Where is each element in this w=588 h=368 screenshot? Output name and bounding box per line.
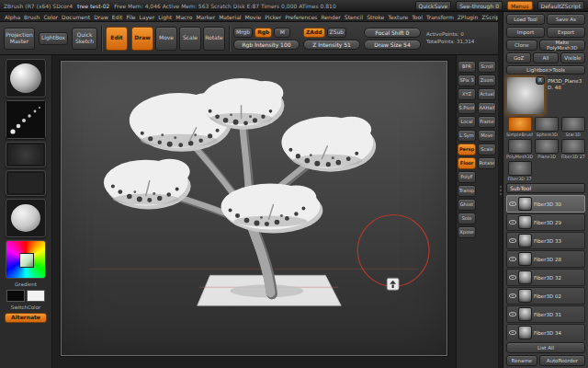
subtool-row[interactable]: Fiber3D 31: [506, 305, 585, 323]
tool-thumbnail[interactable]: [508, 117, 532, 132]
goz-button[interactable]: GoZ: [506, 52, 531, 63]
clone-button[interactable]: Clone: [506, 40, 537, 51]
menu-item[interactable]: Brush: [24, 14, 40, 20]
menu-item[interactable]: Transform: [426, 14, 454, 20]
menu-item[interactable]: Picker: [265, 14, 281, 20]
load-tool-button[interactable]: Load Tool: [506, 14, 545, 25]
menu-item[interactable]: File: [126, 14, 135, 20]
current-material-thumbnail[interactable]: [6, 199, 46, 237]
switch-color-label[interactable]: SwitchColor: [11, 305, 41, 310]
subtool-header[interactable]: SubTool: [506, 183, 585, 193]
tree-model[interactable]: [104, 78, 376, 293]
sculpt-mode-button[interactable]: ZAdd: [303, 28, 325, 38]
auto-reorder-button[interactable]: AutoReorder: [539, 355, 585, 366]
shelf-button[interactable]: Floor: [458, 157, 476, 169]
lightbox-button[interactable]: LightBox: [39, 32, 68, 45]
menu-item[interactable]: Stencil: [345, 14, 363, 20]
document-canvas[interactable]: [61, 61, 447, 356]
menu-item[interactable]: Preferences: [285, 14, 317, 20]
quick-pick-item[interactable]: Fiber3D 27: [561, 139, 586, 159]
menu-item[interactable]: Document: [62, 14, 90, 20]
visibility-eye-icon[interactable]: [509, 257, 516, 261]
subtool-row[interactable]: Fiber3D 34: [506, 324, 585, 340]
transform-mode-button[interactable]: Scale: [179, 27, 201, 51]
visible-button[interactable]: Visible: [560, 52, 585, 63]
menu-item[interactable]: Stroke: [367, 14, 384, 20]
shelf-button[interactable]: Actual: [478, 88, 496, 100]
shelf-button[interactable]: Local: [458, 116, 476, 128]
paint-mode-button[interactable]: M: [274, 28, 290, 38]
visibility-eye-icon[interactable]: [509, 220, 516, 224]
shelf-button[interactable]: BPR: [458, 61, 476, 73]
transform-mode-button[interactable]: Move: [155, 27, 177, 51]
quick-pick-item[interactable]: Star3D: [561, 117, 586, 137]
color-picker[interactable]: [6, 240, 46, 279]
quick-pick-item[interactable]: SimpleBrush: [506, 117, 533, 137]
quick-pick-item[interactable]: Sphere3D: [535, 117, 560, 137]
subtool-row[interactable]: Fiber3D 29: [506, 213, 585, 231]
shelf-button[interactable]: Solo: [458, 213, 476, 224]
subtool-row[interactable]: Fiber3D 02: [506, 287, 585, 305]
menu-item[interactable]: Tool: [412, 14, 423, 20]
subtool-row[interactable]: Fiber3D 32: [506, 269, 585, 286]
viewport-3d[interactable]: [62, 62, 447, 355]
secondary-color-swatch[interactable]: [27, 290, 45, 302]
current-texture-thumbnail[interactable]: [6, 170, 46, 196]
menu-item[interactable]: Movie: [245, 14, 262, 20]
menu-item[interactable]: ZScript: [481, 14, 498, 20]
shelf-button[interactable]: Rotate: [478, 157, 496, 169]
current-tool-thumbnail[interactable]: R: [506, 76, 545, 115]
shelf-button[interactable]: Zoom: [478, 75, 496, 86]
menu-item[interactable]: Texture: [388, 14, 408, 20]
list-all-button[interactable]: List All: [506, 342, 585, 353]
visibility-eye-icon[interactable]: [509, 275, 516, 280]
color-sv-square[interactable]: [19, 253, 34, 268]
export-button[interactable]: Export: [547, 27, 585, 38]
current-brush-thumbnail[interactable]: [6, 59, 46, 98]
menu-item[interactable]: Layer: [140, 14, 155, 20]
shelf-button[interactable]: Ghost: [458, 199, 476, 211]
tool-thumbnail[interactable]: [561, 139, 585, 154]
menu-item[interactable]: Material: [219, 14, 241, 20]
menu-item[interactable]: Macro: [175, 14, 192, 20]
shelf-button[interactable]: PolyF: [458, 171, 476, 183]
menu-item[interactable]: Draw: [94, 14, 108, 20]
save-as-button[interactable]: Save As: [547, 14, 585, 25]
menu-item[interactable]: Edit: [112, 14, 123, 20]
visibility-eye-icon[interactable]: [509, 238, 516, 243]
tool-thumbnail[interactable]: [561, 117, 585, 132]
visibility-eye-icon[interactable]: [509, 293, 516, 298]
tool-thumbnail[interactable]: [535, 139, 559, 154]
lightbox-tools-button[interactable]: Lightbox>Tools: [506, 65, 585, 75]
see-through-slider[interactable]: See-through 0: [456, 1, 503, 10]
shelf-button[interactable]: Scroll: [478, 61, 496, 73]
restore-config-button[interactable]: R: [536, 76, 545, 85]
tool-thumbnail[interactable]: [535, 117, 559, 132]
quick-pick-item[interactable]: Fiber3D 37: [506, 161, 533, 181]
visibility-eye-icon[interactable]: [509, 312, 516, 316]
menu-item[interactable]: Color: [43, 14, 58, 20]
make-polymesh3d-button[interactable]: Make PolyMesh3D: [539, 40, 585, 51]
main-color-swatch[interactable]: [6, 290, 25, 302]
shelf-button[interactable]: Xpose: [458, 226, 476, 238]
menu-item[interactable]: ZPlugin: [458, 14, 478, 20]
quick-pick-item[interactable]: Plane3D: [535, 139, 560, 159]
shelf-button[interactable]: SPix 3: [458, 75, 476, 86]
visibility-eye-icon[interactable]: [509, 330, 516, 335]
current-stroke-thumbnail[interactable]: [6, 100, 46, 139]
subtool-row[interactable]: Fiber3D 28: [506, 250, 585, 268]
subtool-row[interactable]: Fiber3D 30: [506, 195, 585, 213]
alternate-button[interactable]: Alternate: [5, 313, 47, 323]
menus-toggle[interactable]: Menus: [507, 1, 533, 10]
quicksave-button[interactable]: QuickSave: [415, 1, 452, 10]
edit-mode-button[interactable]: Edit: [106, 27, 128, 51]
menu-item[interactable]: Render: [321, 14, 340, 20]
import-button[interactable]: Import: [506, 27, 545, 38]
transform-mode-button[interactable]: Rotate: [203, 27, 225, 51]
menu-item[interactable]: Marker: [196, 14, 215, 20]
shelf-button[interactable]: Persp: [458, 144, 476, 155]
menu-item[interactable]: Light: [158, 14, 172, 20]
tool-thumbnail[interactable]: [508, 161, 532, 176]
focal-shift-slider[interactable]: Focal Shift 0: [364, 28, 421, 38]
shelf-button[interactable]: XYZ: [458, 88, 476, 100]
